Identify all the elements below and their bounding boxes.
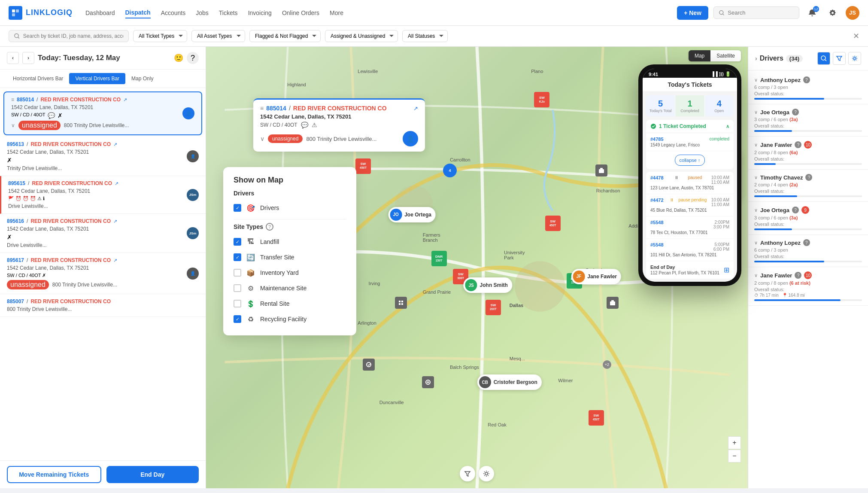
tab-map-only[interactable]: Map Only xyxy=(125,73,159,84)
driver-item-timothy-chavez[interactable]: ∨ Timothy Chavez ? 2 comp / 4 open (2a) … xyxy=(748,170,868,202)
inventory-yard-checkbox[interactable] xyxy=(234,269,241,277)
external-link-icon[interactable]: ↗ xyxy=(113,142,117,147)
info-icon[interactable]: ? xyxy=(792,109,799,116)
phone-ticket-paused[interactable]: #4478 ⏸ paused 10:00 AM 11:00 AM 123 Lon… xyxy=(646,172,734,194)
show-rental-site-item[interactable]: 💲 Rental Site xyxy=(234,296,346,311)
driver-item-joe-ortega-2[interactable]: ∨ Joe Ortega ? 9 3 comp / 6 open (3a) Ov… xyxy=(748,202,868,235)
notifications-button[interactable]: 12 xyxy=(804,5,820,21)
assigned-filter[interactable]: Assigned & Unassigned xyxy=(325,30,398,42)
collapse-button[interactable]: collapse ↑ xyxy=(675,155,705,166)
help-circle-icon[interactable]: ? xyxy=(266,223,273,231)
nav-jobs[interactable]: Jobs xyxy=(196,8,209,18)
info-icon[interactable]: ? xyxy=(795,141,801,148)
ticket-search-input[interactable] xyxy=(23,33,123,39)
emoji-icon[interactable]: 🙂 xyxy=(174,53,183,63)
driver-item-anthony-lopez[interactable]: ∨ Anthony Lopez ? 6 comp / 3 open Overal… xyxy=(748,72,868,104)
external-link-icon[interactable]: ↗ xyxy=(113,219,117,224)
settings-tool-button[interactable] xyxy=(479,466,494,481)
map-marker-sw-2[interactable]: SW 450T xyxy=(355,158,371,174)
info-icon[interactable]: ? xyxy=(803,239,810,246)
show-landfill-item[interactable]: ✓ 🏗 Landfill xyxy=(234,234,346,250)
show-transfer-site-item[interactable]: ✓ 🔄 Transfer Site xyxy=(234,250,346,265)
nav-invoicing[interactable]: Invoicing xyxy=(248,8,272,18)
search-input[interactable] xyxy=(728,9,794,16)
list-item[interactable]: 895616 / RED RIVER CONSTRUCTION CO ↗ 154… xyxy=(0,214,206,253)
transfer-site-checkbox[interactable]: ✓ xyxy=(234,253,241,261)
map-type-map[interactable]: Map xyxy=(689,50,710,61)
list-item[interactable]: 895613 / RED RIVER CONSTRUCTION CO ↗ 154… xyxy=(0,137,206,176)
date-next-button[interactable]: › xyxy=(22,52,34,64)
popup-driver-avatar[interactable]: 👤 xyxy=(403,131,418,146)
tab-vertical-drivers[interactable]: Vertical Drivers Bar xyxy=(69,73,125,84)
recycling-facility-checkbox[interactable]: ✓ xyxy=(234,315,241,323)
nav-dashboard[interactable]: Dashboard xyxy=(85,8,115,18)
phone-ticket-pause-pending[interactable]: #4472 ⏸ pause pending 10:00 AM 11:00 AM … xyxy=(646,194,734,216)
map-marker-dnr-1[interactable]: DNR 150T xyxy=(431,251,447,266)
list-item[interactable]: 895615 / RED RIVER CONSTRUCTION CO ↗ 154… xyxy=(0,176,206,214)
driver-pin-john-smith[interactable]: JS John Smith xyxy=(464,277,512,293)
nav-dispatch[interactable]: Dispatch xyxy=(125,7,151,18)
map-marker-blue-4[interactable]: 4 xyxy=(443,164,457,177)
statuses-filter[interactable]: All Statuses xyxy=(402,30,448,42)
user-avatar[interactable]: JS xyxy=(846,6,859,20)
show-recycling-facility-item[interactable]: ✓ ♻ Recycling Facility xyxy=(234,311,346,327)
filter-tool-button[interactable] xyxy=(460,466,475,481)
ticket-search[interactable] xyxy=(9,30,129,42)
external-link-icon[interactable]: ↗ xyxy=(115,181,118,186)
site-marker-5[interactable] xyxy=(395,297,407,309)
app-logo[interactable]: LINKLOGIQ xyxy=(9,6,73,20)
popup-external-link[interactable]: ↗ xyxy=(413,105,418,112)
help-icon[interactable]: ? xyxy=(187,52,199,64)
site-marker-4[interactable] xyxy=(607,297,619,309)
show-drivers-checkbox[interactable]: ✓ xyxy=(234,204,241,212)
site-marker-2[interactable] xyxy=(595,164,607,177)
map-type-satellite[interactable]: Satellite xyxy=(710,50,741,61)
driver-item-jane-fawler-2[interactable]: ∨ Jane Fawler ? 10 2 comp / 8 open (6 at… xyxy=(748,267,868,306)
rental-site-checkbox[interactable] xyxy=(234,300,241,307)
phone-ticket-3[interactable]: #5548 2:00PM 3:00 PM 78 Tex Ct, Houston,… xyxy=(646,216,734,239)
driver-pin-joe-ortega[interactable]: JO Joe Ortega xyxy=(388,207,436,222)
phone-end-of-day[interactable]: End of Day 112 Pecan Pl, Fort Worth, TX … xyxy=(646,261,734,279)
date-prev-button[interactable]: ‹ xyxy=(7,52,19,64)
list-item[interactable]: 885007 / RED RIVER CONSTRUCTION CO 800 T… xyxy=(0,294,206,317)
collapse-chevron[interactable]: ∧ xyxy=(726,124,729,129)
nav-online-orders[interactable]: Online Orders xyxy=(282,8,319,18)
zoom-out-button[interactable]: − xyxy=(728,450,741,463)
settings-button[interactable] xyxy=(825,5,841,21)
flagged-filter[interactable]: Flagged & Not Flagged xyxy=(249,30,321,42)
nav-more[interactable]: More xyxy=(330,8,343,18)
ticket-detail-popup[interactable]: ≡ 885014 / RED RIVER CONSTRUCTION CO ↗ 1… xyxy=(253,98,425,152)
info-icon[interactable]: ? xyxy=(795,272,801,279)
phone-ticket-4[interactable]: #5548 5:00PM 6:00 PM 101 Hill Dr, San An… xyxy=(646,239,734,261)
nav-tickets[interactable]: Tickets xyxy=(219,8,238,18)
map-marker-sw-6[interactable]: SW 450T xyxy=(589,410,604,426)
show-drivers-item[interactable]: ✓ 🎯 Drivers xyxy=(234,200,346,216)
driver-filter-button[interactable] xyxy=(833,52,846,65)
phone-completed-ticket[interactable]: #4785 completed 1549 Legacy Lane, Frisco xyxy=(646,133,734,151)
site-marker-7[interactable] xyxy=(422,376,434,388)
external-link-icon[interactable]: ↗ xyxy=(113,258,117,263)
driver-item-anthony-lopez-2[interactable]: ∨ Anthony Lopez ? 6 comp / 3 open Overal… xyxy=(748,235,868,267)
tab-horizontal-drivers[interactable]: Horizontal Drivers Bar xyxy=(7,73,69,84)
external-link-icon[interactable]: ↗ xyxy=(123,97,127,103)
ticket-item-highlighted[interactable]: ≡ 885014 / RED RIVER CONSTRUCTION CO ↗ 1… xyxy=(3,91,202,135)
info-icon[interactable]: ? xyxy=(805,174,812,181)
driver-pin-jane-fawler[interactable]: JF Jane Fawler xyxy=(571,269,621,284)
map-marker-sw-1[interactable]: SW KJo xyxy=(534,92,549,107)
info-icon[interactable]: ? xyxy=(803,76,810,83)
nav-accounts[interactable]: Accounts xyxy=(161,8,186,18)
filter-close-button[interactable]: ✕ xyxy=(853,31,859,41)
list-item[interactable]: 895617 / RED RIVER CONSTRUCTION CO ↗ 154… xyxy=(0,253,206,294)
driver-settings-button[interactable] xyxy=(848,52,861,65)
move-remaining-button[interactable]: Move Remaining Tickets xyxy=(7,466,101,483)
driver-item-jane-fawler[interactable]: ∨ Jane Fawler ? 10 2 comp / 8 open (6a) … xyxy=(748,137,868,170)
map-marker-plus2[interactable]: +2 xyxy=(603,360,611,369)
info-icon[interactable]: ? xyxy=(792,207,799,213)
show-maintenance-site-item[interactable]: ⚙ Maintenance Site xyxy=(234,280,346,296)
landfill-checkbox[interactable]: ✓ xyxy=(234,238,241,246)
maintenance-site-checkbox[interactable] xyxy=(234,284,241,292)
new-button[interactable]: + New xyxy=(677,6,708,20)
driver-item-joe-ortega[interactable]: ∨ Joe Ortega ? 3 comp / 6 open (3a) Over… xyxy=(748,104,868,137)
asset-types-filter[interactable]: All Asset Types xyxy=(191,30,245,42)
end-day-button[interactable]: End Day xyxy=(106,466,199,483)
